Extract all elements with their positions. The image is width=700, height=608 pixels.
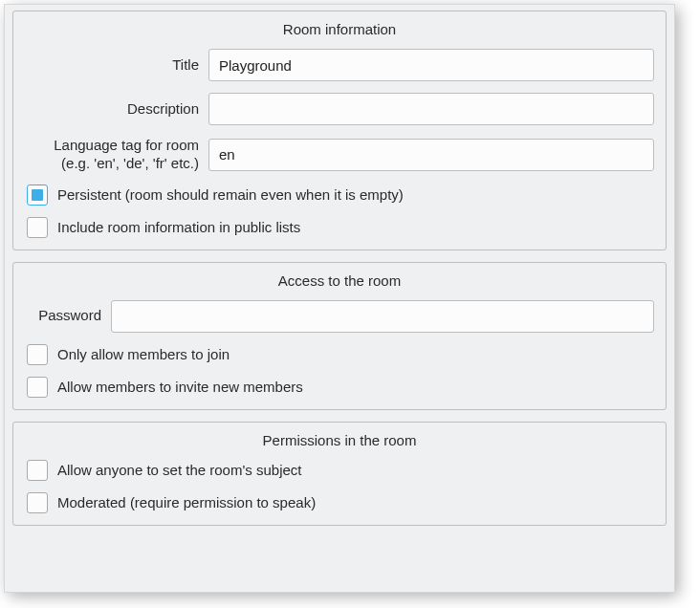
access-group: Access to the room Password Only allow m… — [12, 262, 667, 410]
moderated-label[interactable]: Moderated (require permission to speak) — [57, 494, 316, 510]
password-input[interactable] — [111, 300, 654, 333]
permissions-legend: Permissions in the room — [25, 432, 654, 448]
anyone-subject-row: Allow anyone to set the room's subject — [25, 460, 654, 481]
members-only-checkbox[interactable] — [27, 344, 48, 365]
include-public-row: Include room information in public lists — [25, 217, 654, 238]
room-information-group: Room information Title Description Langu… — [12, 11, 667, 250]
language-input[interactable] — [208, 139, 654, 171]
permissions-group: Permissions in the room Allow anyone to … — [12, 422, 667, 526]
title-label: Title — [25, 56, 199, 75]
allow-invite-checkbox[interactable] — [27, 377, 48, 398]
language-row: Language tag for room (e.g. 'en', 'de', … — [25, 137, 654, 173]
room-information-legend: Room information — [25, 21, 654, 37]
moderated-row: Moderated (require permission to speak) — [25, 492, 654, 513]
persistent-checkbox[interactable] — [27, 185, 48, 206]
persistent-row: Persistent (room should remain even when… — [25, 185, 654, 206]
password-row: Password — [25, 300, 654, 333]
persistent-label[interactable]: Persistent (room should remain even when… — [57, 186, 404, 203]
include-public-label[interactable]: Include room information in public lists — [57, 219, 300, 235]
description-row: Description — [25, 93, 654, 125]
description-label: Description — [25, 100, 199, 119]
anyone-subject-checkbox[interactable] — [27, 460, 48, 481]
password-label: Password — [25, 307, 101, 325]
title-input[interactable] — [208, 49, 654, 81]
settings-panel: Room information Title Description Langu… — [4, 4, 675, 593]
language-label: Language tag for room (e.g. 'en', 'de', … — [25, 137, 199, 173]
title-row: Title — [25, 49, 654, 81]
allow-invite-row: Allow members to invite new members — [25, 377, 654, 398]
description-input[interactable] — [208, 93, 654, 125]
moderated-checkbox[interactable] — [27, 492, 48, 513]
members-only-label[interactable]: Only allow members to join — [57, 346, 230, 362]
access-legend: Access to the room — [25, 272, 654, 289]
include-public-checkbox[interactable] — [27, 217, 48, 238]
allow-invite-label[interactable]: Allow members to invite new members — [57, 379, 303, 395]
anyone-subject-label[interactable]: Allow anyone to set the room's subject — [57, 462, 302, 478]
members-only-row: Only allow members to join — [25, 344, 654, 365]
